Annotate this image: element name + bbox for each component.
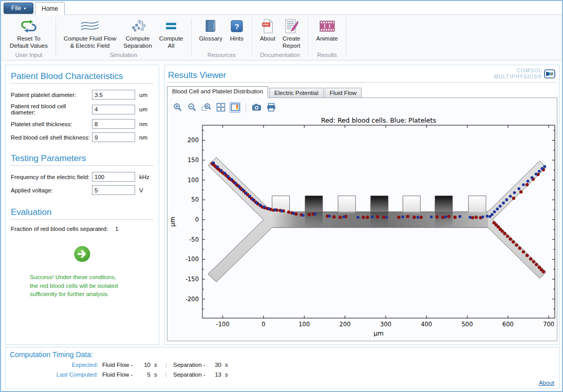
unit-label: kHz [139,174,154,180]
platelet-point [245,192,248,195]
ribbon-group-label: Simulation [109,51,137,60]
tab-fluid-flow[interactable]: Fluid Flow [325,88,362,98]
compute-fluid-flow-label: Compute Fluid Flow & Electric Field [64,35,116,50]
ribbon-separator [308,18,308,57]
rbc-point [512,197,515,200]
chevron-down-icon: ▾ [24,6,26,11]
rbc-shell-thickness-input[interactable] [92,132,135,142]
y-tick-label: -100 [185,256,199,263]
compute-separation-button[interactable]: Compute Separation [121,17,155,51]
platelet-point [444,215,447,219]
field-label: Frequency of the electric field: [11,174,92,180]
platelet-point [535,172,538,175]
reset-to-default-button[interactable]: Reset To Default Values [7,17,50,51]
rbc-point [412,215,416,219]
divider: | [165,362,167,368]
rbc-point [362,215,365,219]
fraction-label: Fraction of red blood cells separated: [11,226,108,232]
light-electrode [403,196,420,215]
platelet-point [371,215,374,219]
platelet-point [292,212,295,215]
platelet-point [509,195,512,198]
rbc-point [441,215,444,219]
compute-fluid-flow-button[interactable]: Compute Fluid Flow & Electric Field [61,17,119,51]
about-link[interactable]: About [539,380,554,386]
about-doc-label: About [260,35,275,43]
compute-all-button[interactable]: Compute All [157,17,186,51]
glossary-button[interactable]: Glossary [197,17,225,44]
rbc-point [542,270,545,273]
rbc-point [420,215,423,219]
comsol-logo-line1: COMSOL [494,68,542,74]
animate-label: Animate [316,35,337,43]
ribbon-group-label: Documentation [260,51,300,60]
show-legend-icon[interactable] [230,102,240,113]
create-report-button[interactable]: Create Report [280,17,303,51]
platelet-point [241,188,245,191]
rbc-point [522,250,525,253]
plot-tab-panel: Red: Red blood cells. Blue: Platelets -1… [167,97,557,341]
tab-blood-cell-distribution[interactable]: Blood Cell and Platelet Distribution [167,86,268,98]
tab-electric-potential[interactable]: Electric Potential [269,88,324,98]
zoom-out-icon[interactable] [186,102,197,113]
platelet-point [342,215,345,219]
platelet-diameter-input[interactable] [92,90,135,100]
animate-button[interactable]: Animate [313,17,340,44]
reset-button-label: Reset To Default Values [10,35,48,50]
book-icon [203,18,218,34]
divider [11,219,154,220]
platelet-shell-thickness-input[interactable] [92,119,135,129]
platelet-point [458,215,461,218]
ribbon-separator [191,18,192,57]
fluid-flow-value: 5 [139,371,151,378]
x-tick-label: 700 [543,321,554,328]
x-tick-label: 400 [421,321,432,328]
fraction-row: Fraction of red blood cells separated: 1 [11,226,154,232]
ribbon-group-simulation: Compute Fluid Flow & Electric Field [57,15,190,60]
unit-label: nm [139,134,154,141]
rbc-point [526,254,529,257]
tab-home[interactable]: Home [35,2,65,15]
create-report-label: Create Report [283,35,301,50]
ribbon-group-results: Animate Results [309,15,344,60]
hints-button[interactable]: ? Hints [227,17,247,44]
zoom-in-icon[interactable] [172,102,183,113]
rbc-point [509,238,512,241]
form-row: Patient red blood cell diameter: um [11,103,154,115]
rbc-point [501,229,504,232]
divider [167,82,557,83]
zoom-box-icon[interactable] [201,102,212,113]
section-title-testing-parameters: Testing Parameters [11,153,154,164]
about-doc-button[interactable]: PDF About [257,17,278,44]
rbc-point [519,190,522,193]
snapshot-camera-icon[interactable] [251,102,262,113]
rbc-point [529,258,532,261]
light-electrode [338,196,355,215]
separation-unit: s [225,371,230,378]
form-row: Applied voltage: V [11,185,154,195]
print-icon[interactable] [266,102,276,113]
section-title-evaluation: Evaluation [11,207,154,218]
hints-label: Hints [230,35,243,43]
file-menu-button[interactable]: File ▾ [4,3,33,14]
platelet-point [527,180,530,183]
voltage-input[interactable] [92,185,135,195]
frequency-input[interactable] [92,172,135,182]
platelet-point [223,172,227,175]
comsol-logo-line2: MULTIPHYSICS® [494,74,542,80]
rbc-point [339,215,342,219]
form-row: Patient platelet diameter: um [11,90,154,100]
zoom-extents-icon[interactable] [215,102,226,113]
rbc-point [515,243,518,246]
distribution-plot[interactable]: -1000100200300400500600700-200-150-100-5… [167,123,558,337]
x-axis-label: µm [373,330,383,337]
fluid-flow-label: Fluid Flow - [102,362,139,368]
pdf-icon: PDF [260,18,275,34]
divider: | [165,371,167,378]
rbc-diameter-input[interactable] [92,105,135,114]
tab-label: Electric Potential [274,90,318,96]
y-tick-label: -150 [185,276,199,283]
x-tick-label: 0 [261,321,265,328]
divider [11,83,154,84]
platelet-point [255,201,258,204]
